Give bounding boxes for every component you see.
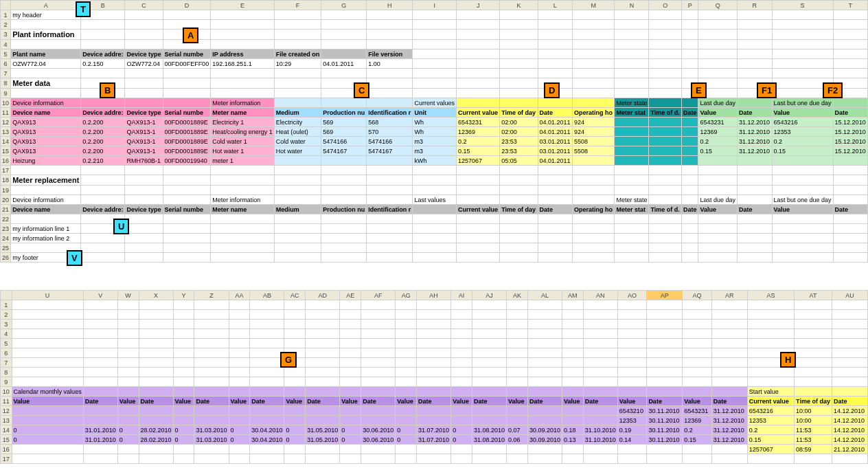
cell-E17[interactable]	[211, 166, 275, 175]
cell-S13[interactable]: 12353	[772, 127, 833, 137]
cell-F12[interactable]: Electricity	[274, 118, 321, 127]
cell-Y17[interactable]	[173, 454, 194, 464]
cell-AR6[interactable]	[711, 348, 747, 358]
corner-cell[interactable]	[1, 291, 12, 300]
cell-N25[interactable]	[615, 243, 649, 253]
cell-AD5[interactable]	[306, 339, 340, 348]
cell-I12[interactable]: Wh	[413, 118, 457, 127]
cell-AS10[interactable]: Start value	[747, 387, 794, 397]
cell-AC14[interactable]: 0	[284, 425, 306, 435]
cell-AS4[interactable]	[747, 329, 794, 339]
cell-I20[interactable]: Last values	[413, 195, 457, 205]
cell-F9[interactable]	[274, 89, 321, 98]
cell-O24[interactable]	[649, 234, 682, 243]
cell-A18[interactable]: Meter replacement	[11, 175, 81, 186]
cell-J23[interactable]	[457, 224, 500, 234]
cell-AB8[interactable]	[250, 368, 284, 377]
cell-AI11[interactable]: Value	[451, 397, 472, 406]
cell-H14[interactable]: 5474166	[367, 137, 413, 146]
cell-P2[interactable]	[681, 20, 698, 30]
cell-I1[interactable]	[413, 10, 457, 20]
cell-D11[interactable]: Serial numbe	[163, 108, 211, 118]
cell-J11[interactable]: Current value	[457, 108, 500, 118]
cell-AN4[interactable]	[583, 329, 617, 339]
col-header-L[interactable]: L	[538, 1, 573, 10]
cell-AS12[interactable]: 6543216	[747, 406, 794, 416]
cell-K25[interactable]	[500, 243, 538, 253]
cell-A15[interactable]: QAX913	[11, 146, 81, 156]
cell-AI4[interactable]	[451, 329, 472, 339]
cell-J2[interactable]	[457, 20, 500, 30]
cell-T4[interactable]	[833, 40, 867, 49]
cell-W5[interactable]	[117, 339, 139, 348]
cell-AI15[interactable]: 0	[451, 435, 472, 445]
cell-AJ13[interactable]	[472, 416, 506, 425]
cell-B18[interactable]	[81, 175, 125, 186]
cell-H8[interactable]	[367, 78, 413, 89]
cell-Z9[interactable]	[194, 377, 229, 387]
cell-L26[interactable]	[538, 253, 573, 263]
cell-H13[interactable]: 570	[367, 127, 413, 137]
cell-M1[interactable]	[573, 10, 615, 20]
cell-H24[interactable]	[367, 234, 413, 243]
cell-AF5[interactable]	[361, 339, 396, 348]
cell-AS17[interactable]	[747, 454, 794, 464]
cell-V14[interactable]: 31.01.2010	[83, 425, 117, 435]
cell-AE9[interactable]	[340, 377, 361, 387]
cell-AM5[interactable]	[562, 339, 583, 348]
cell-B24[interactable]	[81, 234, 125, 243]
col-header-AK[interactable]: AK	[507, 291, 528, 300]
cell-AP8[interactable]	[647, 368, 683, 377]
col-header-AJ[interactable]: AJ	[472, 291, 506, 300]
cell-J7[interactable]	[457, 69, 500, 78]
cell-AS9[interactable]	[747, 377, 794, 387]
cell-AE2[interactable]	[340, 310, 361, 320]
cell-L18[interactable]	[538, 175, 573, 186]
cell-F18[interactable]	[274, 175, 321, 186]
row-header-13[interactable]: 13	[1, 416, 12, 425]
cell-L19[interactable]	[538, 186, 573, 195]
cell-S4[interactable]	[772, 40, 833, 49]
cell-O20[interactable]	[649, 195, 682, 205]
row-header-12[interactable]: 12	[1, 118, 11, 127]
cell-K5[interactable]	[500, 49, 538, 59]
cell-AM7[interactable]	[562, 358, 583, 368]
cell-Q16[interactable]	[698, 156, 738, 166]
cell-R12[interactable]: 31.12.2010	[738, 118, 772, 127]
cell-N12[interactable]	[615, 118, 649, 127]
cell-B15[interactable]: 0.2.200	[81, 146, 125, 156]
cell-AT15[interactable]: 11:53	[795, 435, 832, 445]
cell-AU8[interactable]	[832, 368, 867, 377]
cell-Q14[interactable]: 0.2	[698, 137, 738, 146]
cell-AC2[interactable]	[284, 310, 306, 320]
cell-AH14[interactable]: 31.07.2010	[417, 425, 451, 435]
cell-P23[interactable]	[681, 224, 698, 234]
row-header-17[interactable]: 17	[1, 454, 12, 464]
col-header-N[interactable]: N	[615, 1, 649, 10]
cell-Q3[interactable]	[698, 30, 738, 40]
cell-T24[interactable]	[833, 234, 867, 243]
cell-Q10[interactable]: Last due day	[698, 98, 738, 108]
cell-AH8[interactable]	[417, 368, 451, 377]
cell-AP15[interactable]: 30.11.2010	[647, 435, 683, 445]
cell-B26[interactable]	[81, 253, 125, 263]
cell-AU1[interactable]	[832, 300, 867, 310]
row-header-3[interactable]: 3	[1, 320, 12, 329]
cell-Z7[interactable]	[194, 358, 229, 368]
cell-F5[interactable]: File created on	[274, 49, 321, 59]
cell-AF8[interactable]	[361, 368, 396, 377]
cell-AQ3[interactable]	[683, 320, 712, 329]
cell-AQ6[interactable]	[683, 348, 712, 358]
cell-M5[interactable]	[573, 49, 615, 59]
cell-W12[interactable]	[117, 406, 139, 416]
cell-S3[interactable]	[772, 30, 833, 40]
col-header-I[interactable]: I	[413, 1, 457, 10]
cell-Q22[interactable]	[698, 214, 738, 224]
cell-AA9[interactable]	[229, 377, 250, 387]
cell-D10[interactable]	[163, 98, 211, 108]
cell-L17[interactable]	[538, 166, 573, 175]
cell-AR11[interactable]: Date	[711, 397, 747, 406]
cell-AM4[interactable]	[562, 329, 583, 339]
cell-S2[interactable]	[772, 20, 833, 30]
cell-AF1[interactable]	[361, 300, 396, 310]
